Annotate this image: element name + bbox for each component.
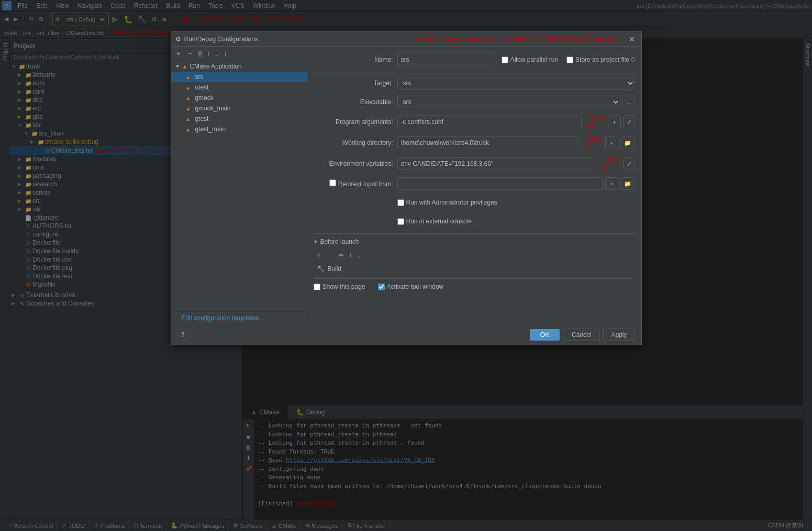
dialog-close-btn[interactable]: ✕ xyxy=(627,35,637,43)
dialog-annotation: 选择Run-->Edit Configurations，cmake成功后这里会自… xyxy=(417,35,618,43)
config-label-utest: utest xyxy=(195,84,208,91)
config-name-value: Allow parallel run Store as project file… xyxy=(397,53,635,66)
config-envvars-value: 环境变量 ⤢ xyxy=(397,156,635,172)
external-console-text: Run in external console xyxy=(406,218,472,225)
config-progargs-expand-btn[interactable]: ⤢ xyxy=(623,116,635,128)
show-page-label: Show this page xyxy=(314,283,365,290)
config-progargs-input[interactable] xyxy=(397,116,582,128)
config-sort-btn[interactable]: ↕ xyxy=(222,49,229,59)
config-executable-select[interactable]: srs xyxy=(397,96,621,108)
config-item-gtest-main[interactable]: ▲ gtest_main xyxy=(171,124,307,134)
config-divider-1 xyxy=(314,72,635,72)
config-target-select[interactable]: srs xyxy=(397,77,635,89)
config-item-gtest[interactable]: ▲ gtest xyxy=(171,114,307,124)
activate-tool-label: Activate tool window xyxy=(378,283,444,290)
dialog-header: ⚙ Run/Debug Configurations 选择Run-->Edit … xyxy=(171,32,641,47)
build-icon: 🔨 xyxy=(317,265,325,273)
admin-checkbox[interactable] xyxy=(397,199,404,206)
config-label-srs: srs xyxy=(195,73,203,81)
store-project-label: Store as project file 0 xyxy=(566,56,635,63)
config-copy-btn[interactable]: ⎘ xyxy=(196,49,204,59)
config-move-down-btn[interactable]: ↓ xyxy=(214,49,221,59)
config-add-btn[interactable]: ＋ xyxy=(173,48,184,59)
config-move-up-btn[interactable]: ↑ xyxy=(205,49,213,59)
config-item-gmock-main[interactable]: ▲ gmock_main xyxy=(171,103,307,114)
config-item-srs[interactable]: ▲ srs xyxy=(171,72,307,82)
show-page-checkbox[interactable] xyxy=(314,284,320,290)
config-group-label: CMake Application xyxy=(190,63,241,70)
cmake-app-icon: ▲ xyxy=(182,63,187,70)
build-label: Build xyxy=(328,265,342,273)
build-item: 🔨 Build xyxy=(314,264,635,274)
edit-templates-container: Edit configuration templates... xyxy=(171,312,307,324)
dialog-title: Run/Debug Configurations xyxy=(184,36,417,43)
external-console-checkbox[interactable] xyxy=(397,218,404,225)
before-launch-up-btn[interactable]: ↑ xyxy=(347,251,354,260)
config-gmock-icon: ▲ xyxy=(186,95,191,101)
config-item-utest[interactable]: ▲ utest xyxy=(171,82,307,93)
allow-parallel-text: Allow parallel run xyxy=(510,56,558,63)
admin-label-text: Run with Administrator privileges xyxy=(406,199,497,206)
page-options-row: Show this page Activate tool window xyxy=(314,283,635,290)
config-progargs-add-btn[interactable]: ＋ xyxy=(608,116,621,128)
run-debug-dialog: ⚙ Run/Debug Configurations 选择Run-->Edit … xyxy=(171,31,642,345)
config-group-cmake[interactable]: ▼ ▲ CMake Application xyxy=(171,61,307,72)
config-redirect-value: ＋ 📁 xyxy=(397,177,635,190)
config-item-gmock[interactable]: ▲ gmock xyxy=(171,93,307,103)
config-admin-row: Run with Administrator privileges xyxy=(314,196,635,209)
config-name-row: Name: Allow parallel run Store as projec… xyxy=(314,53,635,66)
config-workdir-input[interactable] xyxy=(397,137,580,149)
config-workdir-browse-btn[interactable]: 📁 xyxy=(620,137,635,149)
dialog-footer: ? OK Cancel Apply xyxy=(171,324,641,345)
progargs-annotation: 启动参数 xyxy=(588,114,606,130)
config-target-label: Target: xyxy=(314,80,397,87)
config-name-input[interactable] xyxy=(397,53,495,66)
config-gtestmain-icon: ▲ xyxy=(186,127,191,132)
dialog-apply-btn[interactable]: Apply xyxy=(603,329,635,341)
config-executable-row: Executable: srs ... xyxy=(314,95,635,109)
activate-tool-text: Activate tool window xyxy=(387,283,444,290)
show-page-text: Show this page xyxy=(322,283,365,290)
activate-tool-checkbox[interactable] xyxy=(378,284,385,290)
config-target-row: Target: srs xyxy=(314,76,635,90)
workdir-annotation: 工作目录 xyxy=(585,135,603,151)
envvars-annotation: 环境变量 xyxy=(602,156,620,172)
allow-parallel-checkbox[interactable] xyxy=(502,57,508,63)
config-workdir-add-btn[interactable]: ＋ xyxy=(605,137,618,149)
config-utest-icon: ▲ xyxy=(186,85,191,91)
before-launch-section: ▼ Before launch ＋ － ✏ ↑ ↓ 🔨 Build xyxy=(314,238,635,274)
config-tree: ▼ ▲ CMake Application ▲ srs ▲ utest xyxy=(171,61,307,312)
config-executable-browse-btn[interactable]: ... xyxy=(622,96,635,108)
config-redirect-add-btn[interactable]: ＋ xyxy=(605,177,618,190)
config-gmockmain-icon: ▲ xyxy=(186,106,191,111)
before-launch-remove-btn[interactable]: － xyxy=(325,250,336,261)
config-external-console-row: Run in external console xyxy=(314,214,635,228)
config-executable-value: srs ... xyxy=(397,96,635,108)
config-label-gtest-main: gtest_main xyxy=(195,126,226,133)
config-toolbar: ＋ － ⎘ ↑ ↓ ↕ xyxy=(171,47,307,61)
config-envvars-input[interactable] xyxy=(397,157,596,170)
before-launch-edit-btn[interactable]: ✏ xyxy=(337,251,346,260)
config-redirect-input[interactable] xyxy=(397,177,603,190)
config-redirect-label: Redirect input from: xyxy=(314,179,397,188)
config-srs-icon: ▲ xyxy=(186,74,191,80)
redirect-checkbox[interactable] xyxy=(329,179,336,186)
admin-label: Run with Administrator privileges xyxy=(397,199,497,206)
dialog-cancel-btn[interactable]: Cancel xyxy=(563,329,600,341)
before-launch-add-btn[interactable]: ＋ xyxy=(314,250,324,261)
before-launch-header: ▼ Before launch xyxy=(314,238,635,245)
dialog-overlay: ⚙ Run/Debug Configurations 选择Run-->Edit … xyxy=(0,0,812,531)
config-external-value: Run in external console xyxy=(397,218,635,225)
config-redirect-browse-btn[interactable]: 📁 xyxy=(620,177,635,190)
config-label-gtest: gtest xyxy=(195,115,208,122)
external-console-label: Run in external console xyxy=(397,218,472,225)
store-project-checkbox[interactable] xyxy=(566,57,573,63)
config-workdir-value: 工作目录 ＋ 📁 xyxy=(397,135,635,151)
dialog-ok-btn[interactable]: OK xyxy=(530,329,560,341)
before-launch-down-btn[interactable]: ↓ xyxy=(355,251,363,260)
config-group-arrow: ▼ xyxy=(175,64,180,69)
config-remove-btn[interactable]: － xyxy=(185,48,195,59)
dialog-help-btn[interactable]: ? xyxy=(177,329,189,341)
config-gtest-icon: ▲ xyxy=(186,116,191,122)
config-envvars-expand-btn[interactable]: ⤢ xyxy=(623,157,635,170)
